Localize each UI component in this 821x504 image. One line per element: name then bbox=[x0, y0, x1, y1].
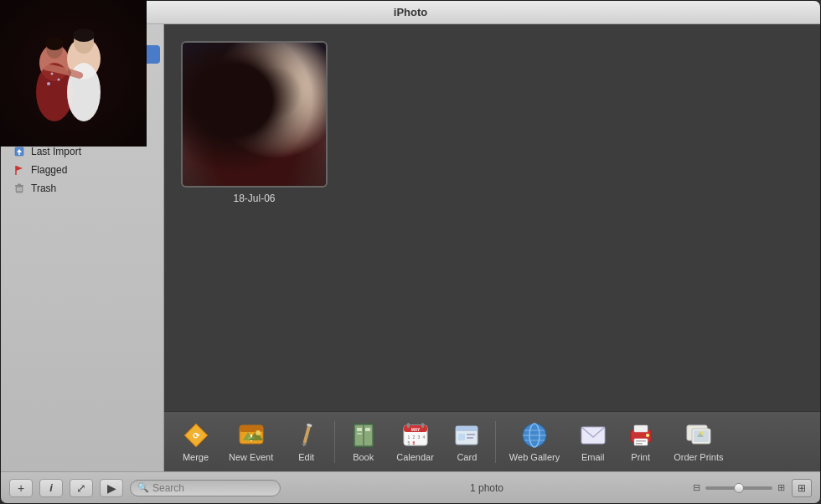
order-prints-button[interactable]: Order Prints bbox=[665, 417, 731, 467]
window-title: iPhoto bbox=[394, 6, 427, 18]
add-icon: + bbox=[18, 481, 24, 495]
svg-rect-78 bbox=[634, 425, 648, 432]
zoom-thumb[interactable] bbox=[734, 483, 744, 493]
merge-button[interactable]: ⟳ Merge bbox=[173, 417, 219, 467]
add-button[interactable]: + bbox=[9, 479, 33, 497]
email-icon bbox=[580, 422, 607, 449]
zoom-out-icon: ⊟ bbox=[693, 482, 700, 493]
new-event-icon bbox=[238, 422, 265, 449]
svg-text:MAY: MAY bbox=[410, 427, 420, 432]
svg-rect-82 bbox=[636, 443, 643, 445]
statusbar: + i ⤢ ▶ 🔍 1 photo ⊟ ⊞ ⊞ bbox=[1, 471, 820, 503]
svg-point-80 bbox=[646, 434, 649, 437]
svg-text:2: 2 bbox=[412, 435, 415, 440]
new-event-label: New Event bbox=[229, 452, 273, 462]
svg-point-45 bbox=[256, 430, 261, 435]
fullscreen-button[interactable]: ⤢ bbox=[70, 479, 93, 497]
zoom-slider[interactable] bbox=[705, 486, 772, 490]
svg-rect-57 bbox=[407, 423, 410, 428]
svg-rect-53 bbox=[357, 433, 362, 435]
svg-text:⟳: ⟳ bbox=[193, 431, 200, 440]
search-input[interactable] bbox=[152, 482, 270, 494]
main-content: LIBRARY Events bbox=[1, 24, 820, 471]
order-prints-icon bbox=[685, 422, 712, 449]
play-icon: ▶ bbox=[107, 481, 116, 495]
photo-date-label: 18-Jul-06 bbox=[233, 193, 275, 204]
svg-rect-70 bbox=[467, 437, 473, 439]
svg-rect-81 bbox=[636, 440, 646, 442]
fullscreen-icon: ⤢ bbox=[76, 481, 86, 495]
svg-rect-58 bbox=[421, 423, 424, 428]
merge-label: Merge bbox=[183, 452, 209, 462]
print-label: Print bbox=[631, 452, 650, 462]
photo-grid: 18-Jul-06 bbox=[164, 24, 820, 411]
edit-label: Edit bbox=[298, 452, 314, 462]
svg-rect-54 bbox=[365, 428, 370, 431]
web-gallery-label: Web Gallery bbox=[509, 452, 560, 462]
grid-view-button[interactable]: ⊞ bbox=[792, 479, 812, 497]
edit-icon bbox=[293, 422, 320, 449]
svg-marker-47 bbox=[301, 442, 307, 446]
zoom-in-icon: ⊞ bbox=[777, 482, 785, 493]
list-item[interactable]: 18-Jul-06 bbox=[181, 41, 328, 204]
grid-icon: ⊞ bbox=[798, 482, 806, 494]
separator-1 bbox=[334, 421, 335, 463]
search-box[interactable]: 🔍 bbox=[130, 480, 281, 496]
merge-icon: ⟳ bbox=[183, 422, 209, 449]
search-icon: 🔍 bbox=[137, 482, 149, 493]
web-gallery-button[interactable]: Web Gallery bbox=[501, 417, 568, 467]
separator-2 bbox=[495, 421, 496, 463]
trash-icon bbox=[13, 182, 26, 195]
trash-label: Trash bbox=[31, 183, 56, 194]
svg-rect-67 bbox=[456, 426, 478, 431]
book-button[interactable]: Book bbox=[340, 417, 386, 467]
import-icon bbox=[13, 145, 26, 158]
book-icon bbox=[350, 422, 377, 449]
svg-rect-20 bbox=[18, 184, 21, 186]
svg-text:6: 6 bbox=[412, 440, 415, 445]
edit-button[interactable]: Edit bbox=[283, 417, 329, 467]
svg-rect-52 bbox=[357, 428, 362, 431]
app-window: iPhoto LIBRARY Events bbox=[0, 0, 821, 504]
svg-rect-69 bbox=[467, 434, 475, 435]
svg-text:4: 4 bbox=[422, 435, 425, 440]
photo-area: 18-Jul-06 ⟳ Merge bbox=[164, 24, 820, 471]
email-button[interactable]: Email bbox=[570, 417, 616, 467]
play-button[interactable]: ▶ bbox=[100, 479, 123, 497]
print-button[interactable]: Print bbox=[617, 417, 664, 467]
card-label: Card bbox=[457, 452, 477, 462]
info-button[interactable]: i bbox=[39, 479, 63, 497]
book-label: Book bbox=[353, 452, 374, 462]
photo-count: 1 photo bbox=[287, 482, 686, 494]
flag-icon bbox=[13, 163, 26, 177]
card-button[interactable]: Card bbox=[444, 417, 490, 467]
photo-image bbox=[183, 43, 326, 186]
sidebar-item-flagged[interactable]: Flagged bbox=[4, 161, 160, 179]
sidebar-item-trash[interactable]: Trash bbox=[4, 179, 160, 198]
email-label: Email bbox=[581, 452, 605, 462]
bottom-toolbar: ⟳ Merge bbox=[164, 411, 820, 471]
zoom-control: ⊟ ⊞ bbox=[693, 482, 785, 493]
last-import-label: Last Import bbox=[31, 146, 81, 157]
svg-marker-17 bbox=[16, 166, 23, 171]
print-icon bbox=[627, 422, 654, 449]
calendar-label: Calendar bbox=[396, 452, 434, 462]
new-event-button[interactable]: New Event bbox=[220, 417, 281, 467]
calendar-button[interactable]: MAY 1 2 3 4 5 6 Calendar bbox=[388, 417, 442, 467]
flagged-label: Flagged bbox=[31, 164, 67, 176]
svg-point-87 bbox=[700, 431, 704, 435]
svg-text:5: 5 bbox=[407, 440, 410, 445]
svg-rect-68 bbox=[458, 434, 465, 440]
svg-text:1: 1 bbox=[407, 435, 410, 440]
order-prints-label: Order Prints bbox=[674, 452, 723, 462]
info-icon: i bbox=[49, 481, 53, 494]
svg-text:3: 3 bbox=[417, 435, 420, 440]
card-icon bbox=[453, 422, 480, 449]
svg-rect-79 bbox=[634, 439, 648, 445]
calendar-tool-icon: MAY 1 2 3 4 5 6 bbox=[402, 422, 429, 449]
photo-thumbnail bbox=[181, 41, 328, 188]
web-gallery-icon bbox=[521, 422, 548, 449]
